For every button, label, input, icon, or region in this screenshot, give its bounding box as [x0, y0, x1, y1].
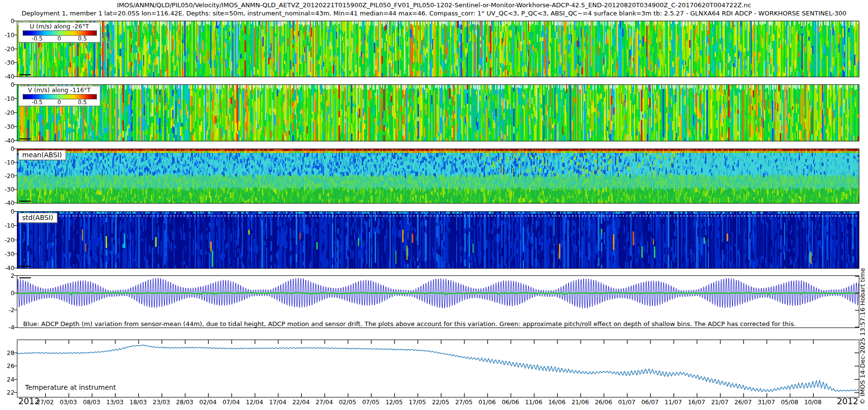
x-tick-label-date: 08/03 — [83, 398, 100, 406]
y-tick-label: -40 — [0, 137, 14, 144]
x-tick-label-date: 12/04 — [246, 398, 263, 406]
y-tick-label: -4 — [0, 324, 14, 331]
x-tick-label-date: 18/03 — [129, 398, 147, 406]
v-colorbar-tick-zero: 0 — [57, 99, 61, 106]
x-tick-label-date: 07/05 — [362, 398, 380, 406]
y-tick-label: -10 — [0, 159, 14, 166]
y-tick-label: 0 — [0, 17, 14, 25]
mean-absi-panel: mean(ABSI) — [17, 149, 859, 204]
y-tick-label: -20 — [0, 45, 14, 52]
figure-subtitle: Deployment 1, member 1 lat=20.05S lon=11… — [0, 10, 868, 17]
x-tick-label-date: 17/04 — [269, 398, 286, 406]
temperature-label: Temperature at instrument — [25, 383, 116, 391]
y-tick-label: -30 — [0, 59, 14, 66]
y-tick-label: -30 — [0, 250, 14, 257]
y-tick-label: -20 — [0, 109, 14, 116]
v-colorbar-tick-pos: 0.5 — [78, 99, 87, 106]
y-tick-label: -10 — [0, 222, 14, 229]
imos-copyright-stamp: © IMOS 14-Dec-2025 13:57:16 Hobart time — [859, 268, 866, 405]
x-tick-label-date: 17/05 — [408, 398, 426, 406]
v-colorbar-legend: V (m/s) along -116°T -0.5 0 0.5 — [18, 86, 100, 106]
x-tick-label-date: 27/04 — [315, 398, 333, 406]
x-tick-label-date: 10/08 — [804, 398, 822, 406]
u-colorbar-tick-neg: -0.5 — [32, 35, 42, 42]
x-tick-label-date: 01/07 — [618, 398, 636, 406]
y-tick-mark — [14, 21, 17, 21]
x-tick-label-date: 16/06 — [548, 398, 566, 406]
x-tick-label-date: 02/05 — [339, 398, 356, 406]
y-tick-mark — [14, 162, 17, 163]
y-tick-mark — [14, 240, 17, 240]
y-tick-label: 28 — [0, 349, 14, 356]
x-tick-label-date: 06/06 — [502, 398, 519, 406]
x-tick-label-date: 23/03 — [153, 398, 170, 406]
x-tick-label-date: 03/03 — [60, 398, 77, 406]
x-tick-label-date: 11/06 — [525, 398, 542, 406]
x-tick-label-date: 13/03 — [106, 398, 123, 406]
y-tick-mark — [14, 203, 17, 203]
y-tick-mark — [14, 98, 17, 99]
y-tick-mark — [14, 84, 17, 85]
y-tick-mark — [14, 327, 17, 328]
x-tick-label-date: 11/07 — [665, 398, 682, 406]
y-tick-label: -20 — [0, 236, 14, 243]
v-velocity-heatmap — [17, 85, 859, 141]
y-tick-mark — [14, 275, 17, 276]
std-absi-panel: std(ABSI) — [17, 211, 859, 269]
std-absi-heatmap — [17, 212, 859, 268]
depth-variation-annotation: Blue: ADCP Depth (m) variation from sens… — [22, 320, 797, 328]
v-velocity-panel: V (m/s) along -116°T -0.5 0 0.5 — [17, 84, 859, 141]
x-tick-label-date: 22/04 — [292, 398, 310, 406]
y-tick-label: -40 — [0, 199, 14, 206]
x-tick-label-date: 05/08 — [781, 398, 798, 406]
x-tick-label-date: 27/05 — [455, 398, 473, 406]
x-tick-label-date: 21/07 — [711, 398, 729, 406]
v-legend-title: V (m/s) along -116°T — [19, 86, 100, 94]
y-tick-label: -10 — [0, 95, 14, 102]
y-tick-label: -40 — [0, 73, 14, 80]
y-tick-mark — [14, 49, 17, 49]
y-tick-label: 0 — [0, 145, 14, 152]
y-tick-mark — [14, 353, 17, 353]
u-velocity-heatmap — [17, 21, 859, 77]
y-tick-mark — [14, 310, 17, 310]
u-colorbar-tick-pos: 0.5 — [78, 35, 87, 42]
x-axis-year-left: 2012 — [18, 396, 40, 406]
y-tick-mark — [14, 112, 17, 113]
y-tick-label: -30 — [0, 186, 14, 193]
u-colorbar-tick-zero: 0 — [57, 35, 61, 42]
std-absi-label: std(ABSI) — [18, 213, 57, 223]
y-tick-mark — [14, 176, 17, 176]
x-tick-label-date: 28/03 — [176, 398, 193, 406]
temperature-plot — [17, 340, 859, 397]
x-tick-label-date: 06/07 — [641, 398, 659, 406]
u-legend-title: U (m/s) along -26°T — [19, 23, 100, 30]
y-tick-mark — [14, 379, 17, 380]
y-tick-label: -40 — [0, 264, 14, 272]
x-tick-label-date: 16/07 — [688, 398, 705, 406]
x-tick-label-date: 07/04 — [222, 398, 240, 406]
u-colorbar-legend: U (m/s) along -26°T -0.5 0 0.5 — [18, 22, 100, 42]
depth-variation-plot — [17, 276, 859, 328]
y-tick-mark — [14, 293, 17, 293]
u-velocity-panel: U (m/s) along -26°T -0.5 0 0.5 — [17, 21, 859, 77]
v-colorbar-tick-neg: -0.5 — [32, 99, 42, 106]
y-tick-label: 2 — [0, 272, 14, 279]
temperature-panel: Temperature at instrument — [17, 340, 859, 397]
x-tick-label-date: 26/07 — [734, 398, 752, 406]
y-tick-mark — [14, 126, 17, 127]
y-tick-mark — [14, 76, 17, 77]
y-tick-mark — [14, 366, 17, 366]
y-tick-label: -10 — [0, 31, 14, 38]
x-tick-label-date: 22/05 — [432, 398, 449, 406]
y-tick-label: -30 — [0, 123, 14, 130]
y-tick-mark — [14, 225, 17, 226]
y-tick-mark — [14, 140, 17, 141]
x-axis-year-right: 2012 — [837, 396, 858, 406]
y-tick-mark — [14, 62, 17, 63]
mean-absi-label: mean(ABSI) — [18, 150, 66, 160]
y-tick-mark — [14, 392, 17, 393]
x-tick-label-date: 26/06 — [595, 398, 612, 406]
x-tick-label-date: 12/05 — [385, 398, 403, 406]
y-tick-label: 26 — [0, 362, 14, 369]
